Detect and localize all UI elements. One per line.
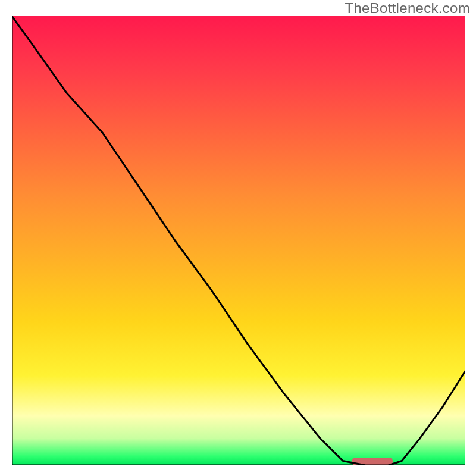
bottleneck-curve: [12, 16, 465, 465]
chart-container: TheBottleneck.com: [0, 0, 476, 476]
watermark-text: TheBottleneck.com: [345, 0, 470, 17]
axis-lines: [12, 16, 465, 465]
plot-area: [12, 16, 465, 465]
chart-svg: [12, 16, 465, 465]
